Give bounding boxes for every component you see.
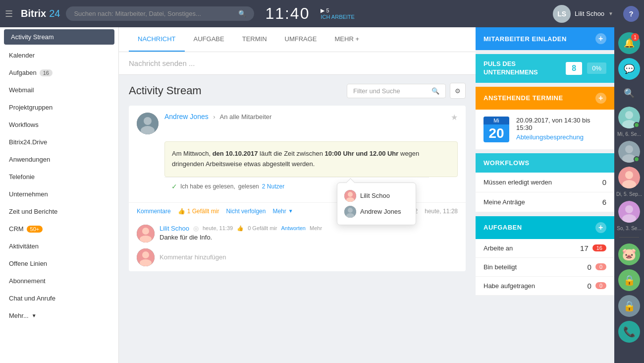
chat-thumb-2[interactable] [618,141,640,163]
appointments-header: ANSTEHENDE TERMINE + [476,87,614,110]
cal-event-link[interactable]: Abteilungsbesprechung [516,133,606,141]
sidebar-item-aktivitaeten[interactable]: Aktivitäten [0,238,118,255]
chat-avatar-4 [618,201,640,223]
more-button[interactable]: Mehr ▼ [272,208,293,215]
composer-tabs: NACHRICHT AUFGABE TERMIN UMFRAGE MEHR + [119,27,476,52]
sidebar-item-unternehmen[interactable]: Unternehmen [0,185,118,203]
workflows-header: WORKFLOWS [476,153,614,173]
workflow-row-2[interactable]: Meine Anträge 6 [476,192,614,212]
comment-author-name[interactable]: Lilit Schoo [160,225,189,232]
sidebar-item-anwendungen[interactable]: Anwendungen [0,151,118,168]
like-button[interactable]: 👍 1 Gefällt mir [178,208,219,215]
user-menu[interactable]: LS Lilit Schoo ▼ [553,5,613,23]
sidebar-label-zeit: Zeit und Berichte [9,208,57,215]
sidebar-item-workflows[interactable]: Workflows [0,116,118,133]
read-label[interactable]: Ich habe es gelesen, [180,183,235,190]
aufgaben-widget: AUFGABEN + Arbeite an 17 16 Bin beteilig… [476,216,614,296]
aufgaben-add-button[interactable]: + [595,222,606,233]
lock-button-1[interactable]: 🔒 [618,269,640,291]
sidebar-item-activity-stream[interactable]: Activity Stream [4,29,114,45]
tooltip-avatar-1 [344,190,356,202]
sidebar-label-workflows: Workflows [9,121,39,128]
star-icon[interactable]: ★ [451,113,458,122]
sidebar-item-projektgruppen[interactable]: Projektgruppen [0,99,118,116]
hamburger-icon[interactable]: ☰ [5,8,13,19]
sidebar-item-drive[interactable]: Bitrix24.Drive [0,133,118,151]
more-label: Mehr [272,208,286,215]
topbar: ☰ Bitrix 24 🔍 11:40 ▶ 5 ICH ARBEITE LS L… [0,0,644,27]
pig-button[interactable]: 🐷 [618,243,640,265]
appointments-add-button[interactable]: + [595,93,606,104]
comment-meta: Lilit Schoo ◎ heute, 11:39 👍 0 Gefällt m… [160,225,458,232]
comments-button[interactable]: Kommentare [137,208,171,215]
aufgaben-row-1[interactable]: Bin beteiligt 0 0 [476,258,614,277]
sidebar-item-zeit[interactable]: Zeit und Berichte [0,203,118,220]
composer-input[interactable]: Nachricht senden ... [119,52,476,74]
notifications-button[interactable]: 🔔 1 [618,32,640,54]
aufgaben-label-0: Arbeite an [483,244,513,252]
follow-button[interactable]: Nicht verfolgen [226,208,266,215]
phone-button[interactable]: 📞 [618,321,640,343]
aufgaben-row-2[interactable]: Habe aufgetragen 0 0 [476,277,614,296]
chat-button[interactable]: 💬 [618,58,640,80]
sidebar-item-kalender[interactable]: Kalender [0,47,118,64]
sidebar-item-offene-linien[interactable]: Offene Linien [0,255,118,272]
sidebar-item-telefonie[interactable]: Telefonie [0,168,118,185]
comment-body: Lilit Schoo ◎ heute, 11:39 👍 0 Gefällt m… [160,225,458,241]
svg-point-13 [142,251,149,258]
tab-aufgabe[interactable]: AUFGABE [185,27,233,52]
aufgaben-row-0[interactable]: Arbeite an 17 16 [476,239,614,258]
sidebar-item-chat[interactable]: Chat und Anrufe [0,290,118,307]
lock-button-2[interactable]: 🔒 [618,295,640,317]
sidebar-item-aufgaben[interactable]: Aufgaben 16 [0,64,118,81]
puls-percent: 0% [587,62,606,74]
aufgaben-badge-2: 0 [595,282,606,289]
chat-thumb-4[interactable] [618,201,640,223]
feed: Activity Stream Filter und Suche 🔍 ⚙ [119,75,476,286]
post-meta: Andrew Jones › An alle Mitarbeiter [164,113,445,121]
tab-mehr[interactable]: MEHR + [326,27,368,52]
aufgaben-header-label: AUFGABEN [483,224,522,231]
chat-thumb-3[interactable] [618,167,640,188]
post-text-time: 10:00 Uhr und 12.00 Uhr [325,150,399,157]
workflow-row-1[interactable]: Müssen erledigt werden 0 [476,173,614,192]
feed-settings-button[interactable]: ⚙ [450,83,466,99]
tab-nachricht[interactable]: NACHRICHT [129,27,185,52]
sidebar-item-webmail[interactable]: Webmail [0,81,118,99]
invite-header[interactable]: MITARBEITER EINLADEN + [476,27,614,50]
appointments-widget: ANSTEHENDE TERMINE + Mi 20 20.09.2017, v… [476,87,614,149]
comment-likes[interactable]: 0 Gefällt mir [248,225,277,231]
far-right-search-button[interactable]: 🔍 [620,84,639,103]
chevron-down-icon-mehr: ▼ [32,313,37,318]
tab-termin[interactable]: TERMIN [233,27,276,52]
read-users-link[interactable]: 2 Nutzer [262,183,284,190]
sidebar-label-drive: Bitrix24.Drive [9,138,47,146]
post-time: heute, 11:28 [425,208,458,215]
tooltip-popup: Lilit Schoo Andrew Jones [337,182,416,225]
search-bar[interactable]: 🔍 [66,6,254,21]
svg-point-16 [625,111,633,119]
composer: NACHRICHT AUFGABE TERMIN UMFRAGE MEHR + … [119,27,476,75]
aufgaben-label-2: Habe aufgetragen [483,282,535,290]
puls-number: 8 [566,62,582,75]
add-comment-input[interactable]: Kommentar hinzufügen [160,249,458,265]
post-author-name[interactable]: Andrew Jones [164,113,209,121]
sidebar-item-crm[interactable]: CRM 50+ [0,220,118,238]
help-button[interactable]: ? [623,6,639,22]
chat-time-1: Mi, 6. Se... [617,131,641,137]
invite-add-button[interactable]: + [595,33,606,44]
sidebar-item-abonnement[interactable]: Abonnement [0,272,118,290]
chat-time-2: Di, 5. Sep... [616,191,642,197]
svg-point-14 [140,259,152,266]
clock-display: 11:40 [265,4,310,23]
chat-thumb-1[interactable] [618,107,640,128]
tab-umfrage[interactable]: UMFRAGE [276,27,326,52]
search-input[interactable] [74,10,234,17]
comment-more-button[interactable]: Mehr [310,225,322,231]
comment-reply-button[interactable]: Antworten [281,225,306,231]
feed-search[interactable]: Filter und Suche 🔍 [347,84,446,98]
sidebar-item-mehr[interactable]: Mehr... ▼ [0,307,118,324]
tooltip-avatar-2 [344,206,356,218]
post-text-mid: läuft die Zeit zwischen [258,150,324,157]
chevron-down-icon-more: ▼ [288,208,293,214]
